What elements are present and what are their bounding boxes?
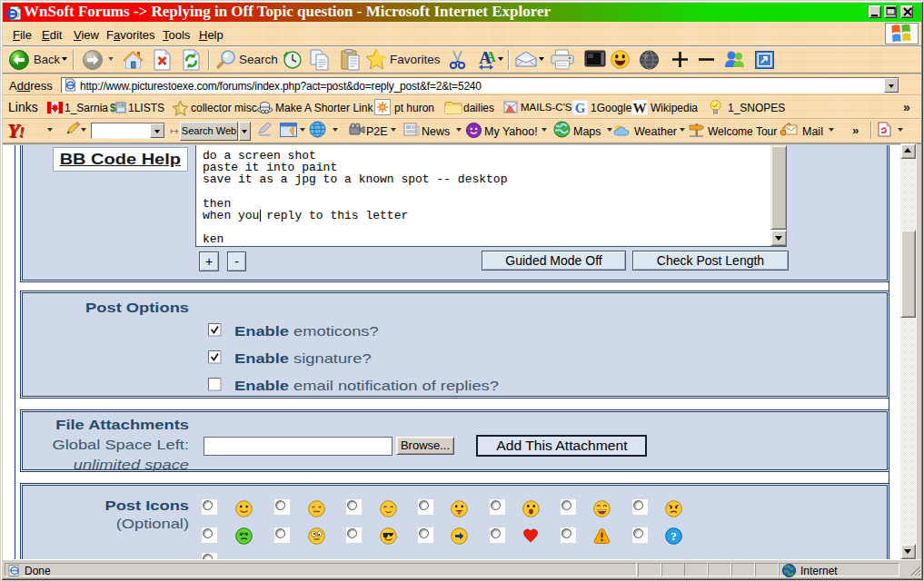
svg-text:G: G	[575, 101, 586, 115]
svg-text:W: W	[633, 101, 647, 115]
svg-text:?: ?	[671, 529, 677, 543]
svg-text:$: $	[110, 102, 116, 114]
svg-text:A: A	[479, 48, 492, 67]
